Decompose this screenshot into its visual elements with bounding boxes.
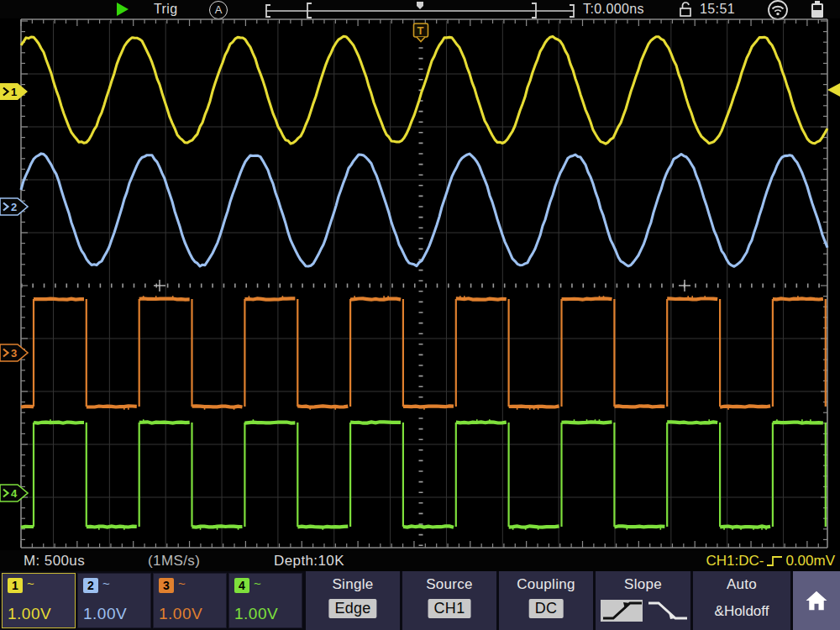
- channel-3-badge: 3: [159, 578, 174, 593]
- trigger-coupling-menu-item[interactable]: Coupling DC: [499, 571, 593, 630]
- ch3-trace: [21, 296, 826, 410]
- channel-2-button[interactable]: 2 ~ 1.00V: [77, 573, 151, 628]
- bottom-status-bar: M: 500us (1MS/s) Depth:10K CH1:DC- 0.00m…: [0, 550, 840, 571]
- trigger-source-label: Source: [402, 576, 496, 593]
- sample-rate-readout: (1MS/s): [148, 551, 200, 571]
- falling-slope-icon[interactable]: [646, 598, 690, 623]
- holdoff-label: &Holdoff: [693, 603, 790, 620]
- channel-3-button[interactable]: 3 ~ 1.00V: [153, 573, 227, 628]
- ch2-trace: [21, 154, 827, 266]
- rising-slope-icon[interactable]: [601, 598, 644, 623]
- bottom-menu-bar: 1 ~ 1.00V 2 ~ 1.00V 3 ~ 1.00V 4 ~ 1.00V …: [0, 571, 840, 630]
- rising-edge-icon: [766, 554, 783, 568]
- channel-2-scale: 1.00V: [83, 605, 127, 623]
- battery-icon: [808, 0, 827, 18]
- home-button[interactable]: [793, 571, 840, 630]
- trigger-mode-value[interactable]: Edge: [328, 599, 376, 618]
- channel-1-button[interactable]: 1 ~ 1.00V: [2, 573, 76, 628]
- channel-2-coupling: ~: [102, 576, 110, 591]
- trigger-time-readout: T:0.000ns: [583, 0, 644, 18]
- auto-trigger-icon[interactable]: A: [209, 1, 228, 19]
- oscilloscope-screen: Trig A T:0.000ns 15:51: [0, 0, 840, 630]
- waveform-display-area: 1234T: [0, 18, 840, 550]
- channel-3-scale: 1.00V: [159, 605, 202, 623]
- svg-text:3: 3: [11, 347, 17, 360]
- channel-4-coupling: ~: [254, 576, 261, 591]
- channel-4-badge: 4: [234, 578, 249, 593]
- clock: 15:51: [700, 0, 735, 18]
- home-icon: [804, 588, 829, 613]
- trigger-settings-readout: CH1:DC- 0.00mV: [706, 551, 835, 571]
- trigger-position-flag[interactable]: T: [414, 24, 428, 42]
- top-status-bar: Trig A T:0.000ns 15:51: [0, 0, 840, 18]
- channel-1-scale: 1.00V: [8, 605, 51, 623]
- timebase-readout: M: 500us: [24, 551, 85, 571]
- trigger-source-menu-item[interactable]: Source CH1: [402, 571, 496, 630]
- auto-trigger-letter: A: [215, 3, 223, 16]
- svg-text:1: 1: [11, 86, 17, 98]
- channel-1-coupling: ~: [27, 576, 34, 591]
- auto-label: Auto: [693, 576, 790, 593]
- auto-holdoff-menu-item[interactable]: Auto &Holdoff: [693, 571, 790, 630]
- trigger-coupling-value[interactable]: DC: [529, 599, 564, 618]
- trigger-level-marker[interactable]: [827, 83, 840, 97]
- trigger-source-coupling: CH1:DC-: [706, 551, 764, 571]
- window-position-marker: [417, 2, 423, 9]
- lock-icon: [677, 0, 694, 18]
- record-depth-readout: Depth:10K: [274, 551, 344, 571]
- trigger-coupling-label: Coupling: [499, 576, 593, 593]
- channel-4-scale: 1.00V: [234, 605, 278, 623]
- trigger-slope-menu-item[interactable]: Slope: [596, 571, 690, 630]
- channel-1-badge: 1: [8, 578, 23, 593]
- svg-text:T: T: [417, 24, 424, 37]
- ch1-position-marker[interactable]: 1: [0, 83, 28, 100]
- svg-text:2: 2: [11, 201, 17, 213]
- trig-status-label: Trig: [154, 0, 178, 18]
- trigger-level-readout: 0.00mV: [785, 551, 835, 571]
- ch4-trace: [21, 419, 826, 530]
- channel-4-button[interactable]: 4 ~ 1.00V: [228, 573, 302, 628]
- trigger-source-value[interactable]: CH1: [428, 599, 471, 618]
- memory-window-indicator: [263, 0, 577, 18]
- trigger-mode-label: Single: [306, 576, 400, 593]
- channel-3-coupling: ~: [178, 576, 186, 591]
- ch3-position-marker[interactable]: 3: [0, 344, 28, 361]
- ch1-trace: [21, 36, 827, 144]
- trigger-slope-label: Slope: [596, 576, 690, 593]
- channel-2-badge: 2: [83, 578, 98, 593]
- trigger-mode-menu-item[interactable]: Single Edge: [306, 571, 400, 630]
- run-play-icon[interactable]: [117, 3, 129, 16]
- svg-text:4: 4: [11, 487, 18, 500]
